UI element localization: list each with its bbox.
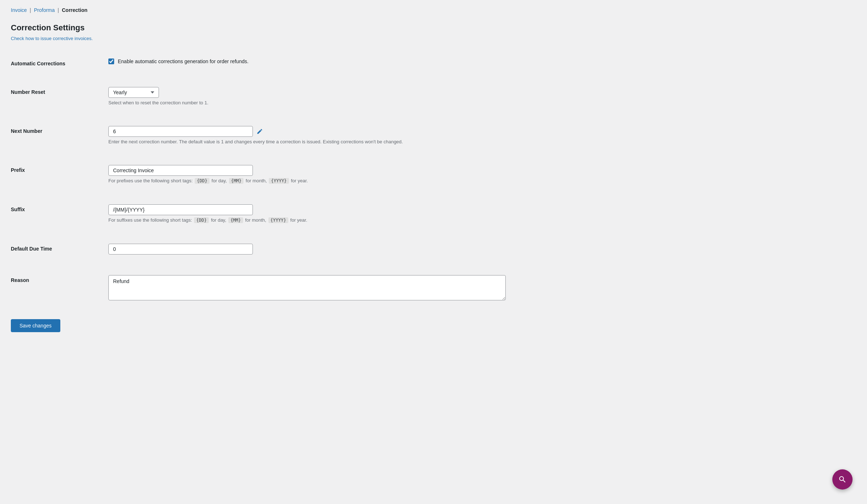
suffix-control: For suffixes use the following short tag… xyxy=(108,204,856,223)
next-number-input[interactable] xyxy=(108,126,253,137)
prefix-tag-yyyy: {YYYY} xyxy=(269,178,289,184)
automatic-corrections-checkbox[interactable] xyxy=(108,58,114,64)
prefix-input[interactable] xyxy=(108,165,253,176)
next-number-control: Enter the next correction number. The de… xyxy=(108,126,856,144)
number-reset-control: Never Daily Monthly Yearly Select when t… xyxy=(108,87,856,105)
suffix-tag-dd: {DD} xyxy=(194,217,209,223)
suffix-help-yyyy-label: for year. xyxy=(290,217,307,223)
reason-row: Reason Refund xyxy=(11,269,856,308)
breadcrumb-sep-2: | xyxy=(58,7,59,13)
next-number-row: Next Number Enter the next correction nu… xyxy=(11,120,856,151)
page-title: Correction Settings xyxy=(11,23,856,32)
breadcrumb-proforma-link[interactable]: Proforma xyxy=(34,7,55,13)
suffix-tag-yyyy: {YYYY} xyxy=(268,217,288,223)
suffix-row: Suffix For suffixes use the following sh… xyxy=(11,198,856,230)
suffix-label: Suffix xyxy=(11,204,98,212)
number-reset-row: Number Reset Never Daily Monthly Yearly … xyxy=(11,81,856,112)
reason-control: Refund xyxy=(108,275,856,301)
default-due-time-label: Default Due Time xyxy=(11,244,98,252)
number-reset-label: Number Reset xyxy=(11,87,98,95)
suffix-tag-mm: {MM} xyxy=(228,217,243,223)
prefix-help-mm-label: for month, xyxy=(246,178,267,183)
next-number-edit-icon[interactable] xyxy=(256,128,263,135)
suffix-help: For suffixes use the following short tag… xyxy=(108,217,856,223)
next-number-help: Enter the next correction number. The de… xyxy=(108,139,856,144)
reason-label: Reason xyxy=(11,275,98,283)
default-due-time-input[interactable] xyxy=(108,244,253,255)
prefix-tag-dd: {DD} xyxy=(195,178,210,184)
fab-search-button[interactable] xyxy=(832,469,853,490)
next-number-label: Next Number xyxy=(11,126,98,134)
suffix-help-before: For suffixes use the following short tag… xyxy=(108,217,192,223)
next-number-input-row xyxy=(108,126,856,137)
suffix-input[interactable] xyxy=(108,204,253,215)
automatic-corrections-row: Automatic Corrections Enable automatic c… xyxy=(11,52,856,73)
breadcrumb: Invoice | Proforma | Correction xyxy=(11,7,856,13)
default-due-time-control xyxy=(108,244,856,255)
prefix-help-dd-label: for day, xyxy=(212,178,227,183)
prefix-control: For prefixes use the following short tag… xyxy=(108,165,856,184)
breadcrumb-invoice-link[interactable]: Invoice xyxy=(11,7,27,13)
default-due-time-row: Default Due Time xyxy=(11,237,856,261)
search-icon xyxy=(838,475,847,484)
automatic-corrections-checkbox-label: Enable automatic corrections generation … xyxy=(118,58,249,64)
prefix-help: For prefixes use the following short tag… xyxy=(108,178,856,184)
breadcrumb-sep-1: | xyxy=(30,7,31,13)
automatic-corrections-control: Enable automatic corrections generation … xyxy=(108,58,856,64)
suffix-help-dd-label: for day, xyxy=(211,217,226,223)
prefix-help-yyyy-label: for year. xyxy=(291,178,308,183)
suffix-help-mm-label: for month, xyxy=(245,217,266,223)
breadcrumb-current: Correction xyxy=(62,7,87,13)
number-reset-select[interactable]: Never Daily Monthly Yearly xyxy=(108,87,159,98)
automatic-corrections-label: Automatic Corrections xyxy=(11,58,98,66)
number-reset-help: Select when to reset the correction numb… xyxy=(108,100,856,105)
prefix-help-before: For prefixes use the following short tag… xyxy=(108,178,193,183)
prefix-row: Prefix For prefixes use the following sh… xyxy=(11,158,856,191)
reason-textarea[interactable]: Refund xyxy=(108,275,506,300)
prefix-label: Prefix xyxy=(11,165,98,173)
help-link[interactable]: Check how to issue corrective invoices. xyxy=(11,36,93,41)
save-button[interactable]: Save changes xyxy=(11,319,60,332)
checkbox-row: Enable automatic corrections generation … xyxy=(108,58,856,64)
prefix-tag-mm: {MM} xyxy=(229,178,244,184)
